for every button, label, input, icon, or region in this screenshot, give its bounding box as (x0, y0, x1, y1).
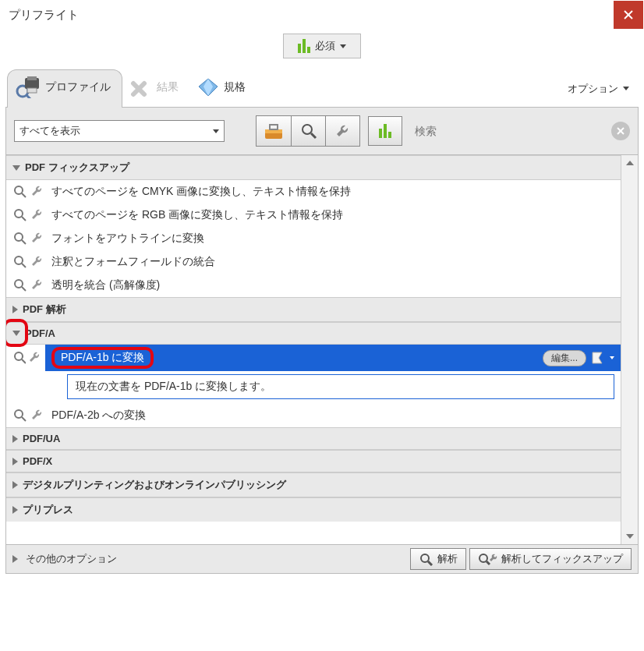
footer: その他のオプション 解析 解析してフィックスアップ (5, 545, 639, 574)
tab-profile-label: プロファイル (45, 80, 111, 94)
view-fixups-button[interactable] (325, 116, 359, 146)
search-input[interactable] (410, 121, 599, 141)
chevron-down-icon (340, 44, 346, 48)
group-pdfx[interactable]: PDF/X (6, 450, 621, 472)
tab-results[interactable]: 結果 (122, 71, 189, 107)
bars-icon (298, 39, 310, 53)
footer-buttons: 解析 解析してフィックスアップ (410, 548, 632, 570)
wrench-icon (30, 184, 45, 200)
svg-marker-28 (593, 352, 602, 363)
view-toolbox-button[interactable] (257, 116, 291, 146)
svg-line-30 (22, 417, 26, 421)
item-label: フォントをアウトラインに変換 (51, 232, 204, 246)
list-item[interactable]: すべてのページを CMYK 画像に変換し、テキスト情報を保持 (6, 180, 621, 203)
view-checks-button[interactable] (291, 116, 325, 146)
scroll-down-button[interactable] (621, 529, 638, 544)
list-item[interactable]: すべてのページを RGB 画像に変換し、テキスト情報を保持 (6, 203, 621, 227)
magnifier-icon (12, 231, 28, 246)
item-label: PDF/A-1b に変換 (61, 351, 144, 363)
item-label: 透明を統合 (高解像度) (51, 278, 160, 292)
list-item[interactable]: 透明を統合 (高解像度) (6, 274, 621, 297)
tab-standards-label: 規格 (224, 80, 246, 94)
disclosure-closed-icon (12, 306, 18, 313)
group-label: PDF 解析 (23, 303, 66, 317)
svg-point-33 (479, 554, 487, 562)
group-label: PDF/UA (23, 433, 60, 444)
item-label: 注釈とフォームフィールドの統合 (51, 255, 215, 269)
analyze-button[interactable]: 解析 (410, 548, 466, 570)
wrench-icon (30, 231, 45, 246)
svg-point-18 (15, 210, 23, 218)
list-item[interactable]: 注釈とフォームフィールドの統合 (6, 250, 621, 274)
svg-point-29 (15, 410, 23, 418)
wrench-icon (27, 350, 41, 366)
group-prepress[interactable]: プリプレス (6, 497, 621, 522)
svg-line-25 (22, 287, 26, 291)
item-description: 現在の文書を PDF/A-1b に変換します。 (67, 374, 614, 399)
library-row: 必須 (1, 29, 643, 63)
flag-icon[interactable] (591, 351, 608, 365)
tab-results-label: 結果 (157, 80, 179, 94)
svg-line-19 (22, 217, 26, 221)
edit-button[interactable]: 編集... (543, 350, 586, 366)
options-dropdown[interactable]: オプション (560, 77, 637, 101)
list-item[interactable]: フォントをアウトラインに変換 (6, 227, 621, 250)
tab-profile[interactable]: プロファイル (7, 69, 122, 108)
svg-line-13 (311, 133, 316, 138)
other-options-label[interactable]: その他のオプション (26, 552, 117, 566)
clear-search-button[interactable] (611, 122, 630, 140)
options-label: オプション (568, 82, 618, 96)
chevron-down-icon (610, 356, 614, 359)
scrollbar[interactable] (621, 155, 638, 544)
group-pdf-fixups[interactable]: PDF フィックスアップ (6, 155, 621, 180)
group-digital[interactable]: デジタルプリンティングおよびオンラインパブリッシング (6, 472, 621, 497)
scroll-up-button[interactable] (621, 155, 638, 171)
svg-point-12 (303, 125, 312, 134)
disclosure-closed-icon (12, 481, 18, 489)
svg-line-34 (487, 561, 490, 564)
list-item[interactable]: PDF/A-2b への変換 (6, 404, 621, 427)
analyze-fix-button[interactable]: 解析してフィックスアップ (469, 548, 632, 570)
filter-select[interactable]: すべてを表示 (14, 120, 225, 142)
magnifier-icon (12, 184, 28, 200)
check-fix-icons (12, 207, 47, 223)
wrench-icon (30, 408, 45, 423)
wrench-icon (30, 278, 45, 293)
printer-icon (16, 76, 41, 98)
magnifier-icon (12, 350, 26, 366)
library-label: 必須 (315, 39, 335, 53)
wrench-cross-icon (130, 77, 152, 97)
svg-line-21 (22, 240, 26, 244)
tab-standards[interactable]: 規格 (189, 71, 257, 107)
close-button[interactable] (614, 1, 643, 29)
disclosure-closed-icon[interactable] (12, 555, 18, 563)
svg-point-16 (15, 186, 23, 194)
wrench-icon (30, 207, 45, 223)
group-pdfa[interactable]: PDF/A (6, 322, 621, 345)
check-fix-icons (6, 346, 41, 370)
group-label: プリプレス (23, 503, 73, 517)
x-icon (616, 126, 625, 136)
svg-line-32 (428, 561, 432, 565)
toolbox-icon (264, 122, 284, 140)
disclosure-open-icon (12, 165, 20, 171)
toolbar: すべてを表示 (5, 107, 639, 155)
view-mode-group (256, 115, 360, 147)
group-label: PDF フィックスアップ (25, 161, 129, 175)
list-item-selected[interactable]: PDF/A-1b に変換 編集... (6, 345, 621, 371)
item-label: すべてのページを RGB 画像に変換し、テキスト情報を保持 (51, 208, 343, 222)
group-pdfua[interactable]: PDF/UA (6, 427, 621, 450)
group-pdf-analysis[interactable]: PDF 解析 (6, 297, 621, 322)
library-dropdown[interactable]: 必須 (283, 34, 361, 58)
svg-rect-11 (270, 125, 278, 129)
scroll-track[interactable] (621, 171, 638, 529)
svg-point-22 (15, 257, 23, 264)
svg-line-27 (22, 359, 26, 363)
library-filter-button[interactable] (368, 116, 402, 146)
chevron-down-icon (623, 87, 629, 90)
item-label: すべてのページを CMYK 画像に変換し、テキスト情報を保持 (51, 185, 351, 199)
disclosure-closed-icon (12, 506, 18, 514)
disclosure-open-icon (12, 331, 20, 336)
wrench-icon (30, 254, 45, 270)
svg-line-17 (22, 193, 26, 197)
